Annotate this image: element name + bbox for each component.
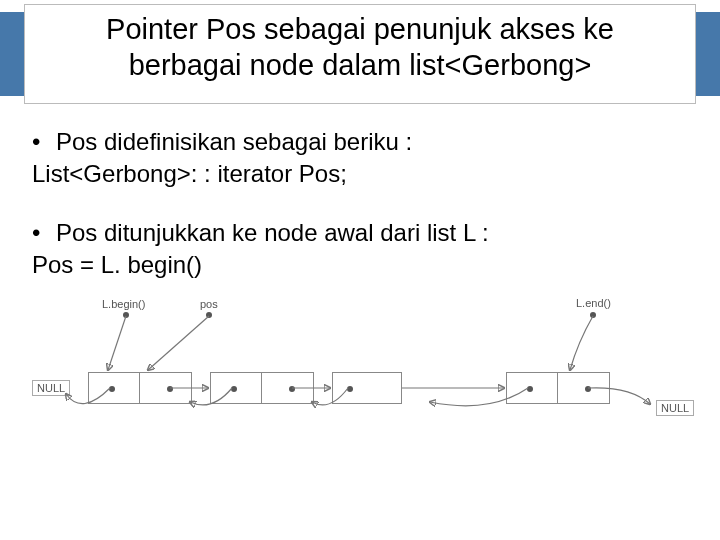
dot-lend <box>590 312 596 318</box>
bullet-2: Pos ditunjukkan ke node awal dari list L… <box>32 217 688 249</box>
list-node-4 <box>506 372 610 404</box>
label-pos: pos <box>200 298 218 310</box>
list-node-3 <box>332 372 402 404</box>
code-line-1: List<Gerbong>: : iterator Pos; <box>32 158 688 190</box>
title-line-2: berbagai node dalam list<Gerbong> <box>25 47 695 83</box>
content-area: Pos didefinisikan sebagai beriku : List<… <box>0 108 720 282</box>
null-left: NULL <box>32 380 70 396</box>
label-lend: L.end() <box>576 297 611 309</box>
list-node-1 <box>88 372 192 404</box>
svg-line-1 <box>148 316 209 370</box>
svg-line-0 <box>108 316 126 370</box>
title-box: Pointer Pos sebagai penunjuk akses ke be… <box>24 4 696 104</box>
null-right: NULL <box>656 400 694 416</box>
linked-list-diagram: L.begin() pos L.end() NULL NULL <box>30 294 690 434</box>
label-lbegin: L.begin() <box>102 298 145 310</box>
dot-pos <box>206 312 212 318</box>
bullet-1: Pos didefinisikan sebagai beriku : <box>32 126 688 158</box>
list-node-2 <box>210 372 314 404</box>
title-line-1: Pointer Pos sebagai penunjuk akses ke <box>25 11 695 47</box>
code-line-2: Pos = L. begin() <box>32 249 688 281</box>
dot-lbegin <box>123 312 129 318</box>
title-area: Pointer Pos sebagai penunjuk akses ke be… <box>0 0 720 108</box>
